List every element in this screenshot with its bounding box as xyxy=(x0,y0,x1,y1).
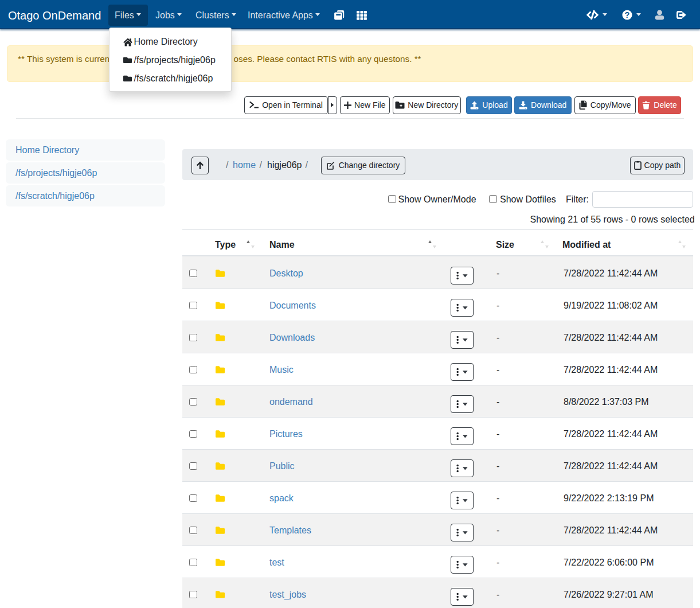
svg-text:?: ? xyxy=(625,10,630,20)
